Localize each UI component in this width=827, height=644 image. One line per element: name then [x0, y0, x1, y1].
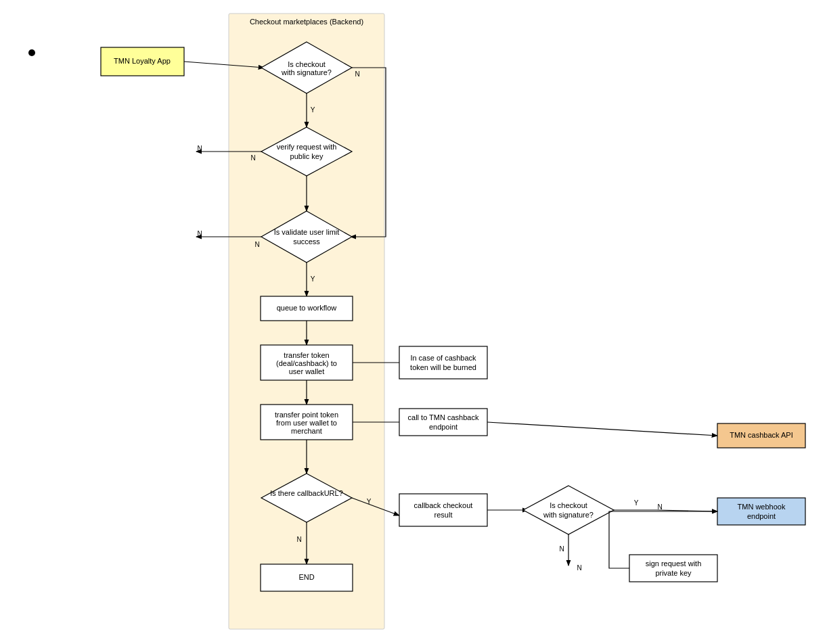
label-n5-side: N — [577, 564, 581, 572]
sign-request-label2: private key — [655, 569, 692, 577]
lane-title: Checkout marketplaces (Backend) — [250, 18, 363, 26]
webhook-label1: TMN webhook — [738, 503, 786, 511]
end-label: END — [298, 573, 314, 581]
transfer-token-label1: transfer token — [284, 351, 329, 359]
label-n5: N — [657, 503, 662, 511]
start-bullet — [28, 49, 35, 56]
webhook-label2: endpoint — [747, 512, 776, 520]
transfer-point-label2: from user wallet to — [276, 419, 337, 427]
call-cashback-label1: call to TMN cashback — [408, 413, 479, 421]
label-y4: Y — [367, 498, 372, 505]
label-n2-text: N — [197, 145, 202, 152]
transfer-token-label2: (deal/cashback) to — [276, 359, 337, 367]
label-n1: N — [355, 70, 359, 78]
checkout-sig2-label1: Is checkout — [550, 501, 587, 509]
transfer-point-label1: transfer point token — [275, 411, 338, 419]
loyalty-app-label: TMN Loyalty App — [114, 57, 171, 65]
label-n3: N — [254, 241, 259, 248]
transfer-point-label3: merchant — [291, 427, 322, 435]
callback-result-label1: callback checkout — [414, 501, 473, 509]
cashback-note-label1: In case of cashback — [410, 354, 476, 362]
label-y3: Y — [311, 275, 315, 283]
transfer-token-label3: user wallet — [289, 367, 325, 375]
call-cashback-label2: endpoint — [429, 423, 457, 431]
validate-limit-label1: Is validate user limit — [274, 228, 340, 236]
checkout-sig2-label2: with signature? — [543, 511, 594, 519]
label-n3-text: N — [197, 230, 202, 237]
verify-request-label2: public key — [290, 152, 323, 160]
label-n2: N — [250, 154, 255, 162]
arrow-to-cashback-api — [487, 422, 717, 436]
cashback-api-label: TMN cashback API — [730, 431, 793, 439]
checkout-signature-label: Is checkout — [288, 60, 326, 68]
verify-request-label1: verify request with — [277, 143, 337, 151]
sign-request-label1: sign request with — [646, 559, 702, 568]
label-y1: Y — [311, 106, 315, 114]
label-n4: N — [296, 536, 301, 543]
cashback-note-label2: token will be burned — [410, 363, 476, 371]
diagram-container: Checkout marketplaces (Backend) TMN Loya… — [0, 0, 827, 644]
label-y5: Y — [634, 499, 639, 507]
label-n5-down: N — [559, 545, 564, 553]
callback-url-label1: Is there callbackURL? — [270, 489, 343, 497]
checkout-signature-label2: with signature? — [281, 68, 332, 76]
callback-result-label2: result — [434, 511, 453, 519]
queue-workflow-label: queue to workflow — [277, 304, 337, 312]
validate-limit-label2: success — [293, 237, 320, 246]
